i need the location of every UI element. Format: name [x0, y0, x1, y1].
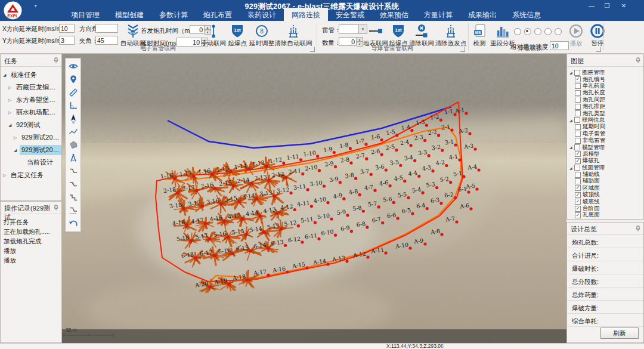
blast-hole-6-8[interactable]	[366, 226, 369, 228]
blast-hole-6-13[interactable]	[284, 244, 287, 247]
blast-hole-A-11[interactable]	[384, 251, 387, 254]
blast-hole-1-11[interactable]	[299, 158, 302, 161]
menu-item-4[interactable]: 炮孔布置	[196, 8, 240, 21]
x-delay-input[interactable]	[59, 24, 75, 33]
tree-collapsed-arrow[interactable]: ▷	[8, 85, 14, 90]
blast-hole-4-4[interactable]	[417, 175, 420, 178]
blast-hole-4-12[interactable]	[293, 208, 296, 211]
blast-hole-5-14[interactable]	[262, 230, 265, 233]
layer-checkbox[interactable]	[574, 144, 580, 150]
blast-hole-2-11[interactable]	[301, 172, 304, 175]
blast-hole-3-15[interactable]	[237, 200, 240, 203]
blast-hole-6-2[interactable]	[454, 196, 457, 199]
layer-checkbox[interactable]	[574, 70, 580, 76]
blast-hole-3-8[interactable]	[354, 177, 357, 180]
blast-hole-2-2[interactable]	[437, 134, 440, 137]
blast-hole-5-17[interactable]	[208, 237, 211, 240]
layer-checkbox[interactable]	[575, 104, 581, 110]
blast-hole-4-9[interactable]	[342, 197, 345, 200]
layer-row[interactable]: ✓坡底线	[567, 198, 643, 205]
maximize-button[interactable]: ❐	[601, 1, 613, 10]
blast-hole-1-16[interactable]	[210, 172, 213, 175]
blast-hole-2-9[interactable]	[334, 165, 337, 168]
blast-hole-3-6[interactable]	[385, 168, 388, 171]
blast-hole-1-4[interactable]	[410, 129, 413, 132]
menu-item-10[interactable]: 成果输出	[460, 8, 504, 21]
blast-hole-A-9[interactable]	[423, 242, 426, 245]
layer-row[interactable]: 单孔药量	[567, 83, 643, 89]
layer-row[interactable]: 非电雷管	[567, 137, 643, 144]
blast-hole-2-16[interactable]	[213, 187, 216, 190]
layer-row[interactable]: 炮孔排距	[567, 103, 643, 110]
blast-hole-A-3[interactable]	[473, 147, 476, 150]
tree-expanded-arrow[interactable]: ◢	[8, 123, 14, 128]
layer-row[interactable]: 电子雷管	[567, 131, 643, 137]
layer-checkbox[interactable]: ✓	[575, 212, 581, 218]
blast-hole-1-8[interactable]	[349, 147, 352, 150]
blast-hole-2-12[interactable]	[284, 176, 287, 179]
blast-hole-3-16[interactable]	[219, 202, 222, 205]
minimize-button[interactable]: —	[586, 1, 597, 10]
menu-item-11[interactable]: 系统信息	[504, 8, 549, 21]
layer-checkbox[interactable]	[574, 165, 580, 171]
layer-row[interactable]: ◢模型管理	[567, 144, 643, 150]
blast-hole-6-5[interactable]	[411, 212, 414, 215]
blast-hole-A-10[interactable]	[408, 246, 411, 249]
layer-checkbox[interactable]	[575, 90, 581, 96]
blast-hole-5-10[interactable]	[330, 218, 333, 221]
layer-checkbox[interactable]: ✓	[575, 151, 581, 157]
blast-hole-A-14[interactable]	[326, 262, 329, 265]
task-tree-item[interactable]: ◢核准任务	[1, 69, 61, 81]
tree-expanded-arrow[interactable]: ◢	[3, 73, 9, 78]
blast-hole-1-18[interactable]	[173, 177, 176, 180]
layer-checkbox[interactable]: ✓	[575, 192, 581, 198]
tree-expanded-arrow[interactable]: ◢	[569, 70, 574, 75]
blast-hole-A-5[interactable]	[475, 187, 478, 190]
blast-hole-5-18[interactable]	[189, 239, 192, 242]
blast-hole-4-14[interactable]	[259, 214, 262, 217]
blast-hole-5-1[interactable]	[462, 175, 465, 178]
blast-hole-2-8[interactable]	[349, 162, 352, 165]
view-tool[interactable]	[66, 60, 80, 73]
blast-hole-6-1[interactable]	[467, 190, 470, 193]
blast-hole-A-8[interactable]	[440, 233, 443, 236]
blast-hole-6-15[interactable]	[249, 249, 252, 252]
layer-checkbox[interactable]	[575, 138, 581, 144]
blast-hole-4-13[interactable]	[276, 211, 279, 214]
layer-checkbox[interactable]	[575, 83, 581, 89]
blast-hole-2-3[interactable]	[423, 139, 426, 142]
tree-collapsed-arrow[interactable]: ▷	[8, 98, 14, 103]
blast-hole-3-7[interactable]	[370, 173, 373, 176]
blast-hole-4-3[interactable]	[431, 169, 434, 172]
blast-hole-6-11[interactable]	[317, 237, 320, 240]
blast-hole-2-5[interactable]	[395, 149, 398, 152]
close-button[interactable]: ✕	[618, 1, 630, 10]
task-tree-item[interactable]: ▷自定义任务	[1, 169, 61, 181]
layer-checkbox[interactable]	[575, 172, 581, 178]
angle-measure-tool[interactable]	[66, 99, 80, 112]
layer-row[interactable]: 炮孔长度	[567, 89, 643, 96]
blast-hole-5-9[interactable]	[346, 214, 349, 217]
layer-row[interactable]: 延期时间	[567, 123, 643, 130]
blast-hole-1-14[interactable]	[247, 168, 250, 171]
blast-hole-2-13[interactable]	[267, 179, 270, 182]
layer-checkbox[interactable]: ✓	[575, 199, 581, 205]
blast-hole-6-10[interactable]	[334, 234, 337, 237]
blast-hole-2-4[interactable]	[409, 144, 412, 147]
blast-hole-3-9[interactable]	[339, 181, 342, 184]
refresh-button[interactable]: 刷新	[600, 328, 639, 339]
layer-checkbox[interactable]: ✓	[575, 185, 581, 191]
blast-hole-A-2[interactable]	[468, 132, 471, 135]
blast-hole-A-18[interactable]	[246, 278, 249, 281]
task-tree-item[interactable]: ▷西藏巨龙铜业有限公...	[1, 81, 61, 94]
pin-icon[interactable]	[54, 205, 58, 211]
blast-hole-5-4[interactable]	[422, 192, 425, 194]
blast-hole-3-18[interactable]	[182, 206, 185, 209]
blast-hole-A-4[interactable]	[477, 168, 480, 171]
blast-hole-A-19[interactable]	[227, 282, 230, 285]
pin-icon[interactable]	[54, 57, 58, 63]
layer-row[interactable]: ◢图层管理	[567, 69, 643, 76]
layer-checkbox[interactable]	[575, 131, 581, 137]
task-tree-item[interactable]: ▷丽水机场配套工程项...	[1, 106, 61, 119]
blast-hole-5-6[interactable]	[392, 201, 395, 204]
